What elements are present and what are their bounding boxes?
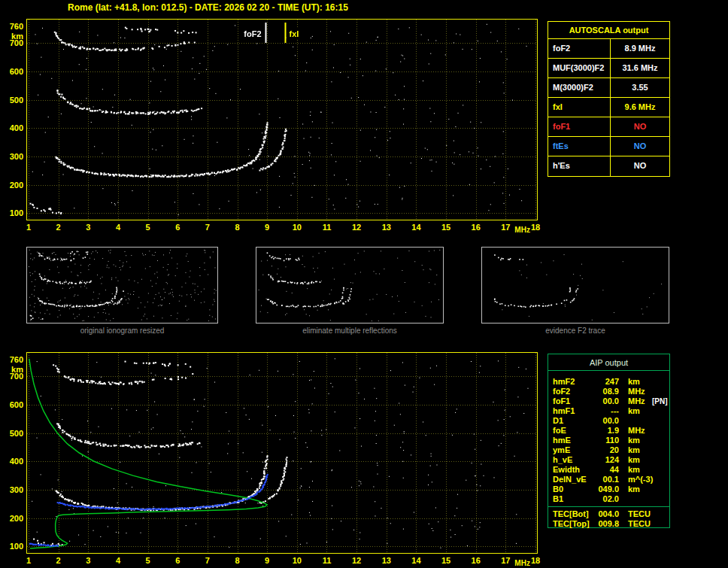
aip-row-value: 004.0 (592, 509, 619, 519)
autoscala-row-label: h'Es (548, 156, 611, 176)
aip-row-value: 247 (592, 377, 619, 387)
y-tick-label: 760 (2, 22, 23, 31)
aip-row-unit: MHz (628, 426, 652, 436)
y-tick-label: 500 (2, 96, 23, 105)
autoscala-row: fxI9.6 MHz (548, 98, 669, 117)
aip-row: hmE110km (548, 436, 669, 445)
aip-row: TEC[Top]009.8TECU (548, 519, 669, 529)
y-axis-unit-label: km (2, 32, 23, 41)
page-title: Rome (lat: +41.8, lon: 012.5) - DATE: 20… (68, 2, 348, 13)
aip-row-label: ymE (553, 445, 592, 455)
aip-row-label: B0 (553, 484, 592, 494)
x-tick-label: 15 (437, 556, 455, 565)
y-tick-label: 500 (2, 429, 23, 438)
aip-row-unit (628, 416, 652, 426)
aip-tec-rows: TEC[Bot]004.0TECUTEC[Top]009.8TECU (548, 507, 669, 529)
aip-row-label: DelN_vE (553, 475, 592, 484)
y-tick-label: 760 (2, 355, 23, 364)
x-tick-label: 2 (50, 223, 68, 232)
aip-row-value: 00.1 (592, 475, 619, 484)
x-tick-label: 7 (199, 223, 217, 232)
x-tick-label: 8 (229, 556, 247, 565)
ionogram-plot-top: 1234567891011121314151617181002003004005… (26, 19, 538, 220)
aip-row-note: [PN] (652, 396, 669, 406)
thumb-eliminate-canvas (256, 248, 443, 323)
aip-row: DelN_vE00.1m^(-3) (548, 475, 669, 484)
aip-row-unit: MHz (628, 396, 652, 406)
aip-row-unit: TECU (628, 509, 652, 519)
autoscala-table-title: AUTOSCALA output (548, 22, 669, 39)
x-tick-label: 17 (496, 223, 514, 232)
aip-row: B102.0 (548, 494, 669, 504)
x-tick-label: 2 (50, 556, 68, 565)
aip-row-unit: TECU (628, 519, 652, 529)
aip-row: h_vE124km (548, 455, 669, 465)
thumb-caption-eliminate: eliminate multiple reflections (256, 327, 444, 335)
x-tick-label: 13 (378, 223, 396, 232)
aip-row: hmF2247km (548, 377, 669, 387)
x-tick-label: 12 (347, 556, 366, 565)
ionogram-top-canvas (26, 19, 538, 220)
x-tick-label: 4 (109, 556, 127, 565)
x-tick-label: 3 (79, 223, 97, 232)
aip-panel-rows: hmF2247kmfoF208.9MHzfoF100.0MHz[PN]hmF1-… (548, 371, 669, 504)
aip-row-unit: m^(-3) (628, 475, 652, 484)
x-tick-label: 1 (20, 556, 38, 565)
x-tick-label: 11 (317, 223, 335, 232)
x-tick-label: 14 (407, 223, 425, 232)
y-tick-label: 100 (2, 208, 23, 217)
aip-row: D100.0 (548, 416, 669, 426)
x-tick-label: 9 (258, 556, 276, 565)
aip-row-value: --- (592, 406, 619, 416)
aip-row: TEC[Bot]004.0TECU (548, 509, 669, 519)
x-tick-label: 5 (139, 223, 157, 232)
aip-row-value: 009.8 (592, 519, 619, 529)
aip-row-unit: MHz (628, 387, 652, 396)
aip-row-value: 00.0 (592, 416, 619, 426)
x-axis-unit-label: MHz (514, 226, 530, 234)
aip-row: hmF1---km (548, 406, 669, 416)
aip-row-label: Ewidth (553, 465, 592, 475)
x-tick-label: 16 (467, 223, 485, 232)
aip-row: foE1.9MHz (548, 426, 669, 436)
y-axis-unit-label: km (2, 365, 23, 374)
x-tick-label: 13 (378, 556, 396, 565)
autoscala-row: foF1NO (548, 117, 669, 137)
ionogram-plot-bottom: 1234567891011121314151617181002003004005… (26, 352, 538, 554)
thumb-caption-original: original ionogram resized (26, 327, 218, 335)
aip-row-unit: km (628, 455, 652, 465)
aip-row-label: foF2 (553, 387, 592, 396)
x-tick-label: 16 (467, 556, 485, 565)
ionogram-bottom-canvas (26, 352, 538, 554)
x-tick-label: 4 (109, 223, 127, 232)
thumb-original-ionogram (26, 247, 218, 323)
autoscala-row: MUF(3000)F231.6 MHz (548, 59, 669, 78)
aip-row-unit: km (628, 484, 652, 494)
autoscala-row: M(3000)F23.55 (548, 78, 669, 98)
aip-panel-title: AIP output (548, 354, 669, 371)
aip-row-label: foF1 (553, 396, 592, 406)
x-tick-label: 5 (139, 556, 157, 565)
thumb-eliminate-reflections (256, 247, 444, 323)
y-tick-label: 300 (2, 152, 23, 161)
aip-row-value: 44 (592, 465, 619, 475)
aip-row-unit: km (628, 377, 652, 387)
aip-row-unit (628, 494, 652, 504)
aip-row-label: B1 (553, 494, 592, 504)
x-tick-label: 8 (229, 223, 247, 232)
aip-row-value: 124 (592, 455, 619, 465)
y-tick-label: 600 (2, 400, 23, 409)
autoscala-row: h'EsNO (548, 156, 669, 176)
aip-row-value: 00.0 (592, 396, 619, 406)
aip-row-unit: km (628, 465, 652, 475)
autoscala-row-label: foF1 (548, 117, 611, 136)
x-tick-label: 10 (288, 556, 306, 565)
autoscala-row-value: 31.6 MHz (611, 59, 669, 77)
autoscala-row: foF28.9 MHz (548, 39, 669, 59)
aip-row: foF208.9MHz (548, 387, 669, 396)
y-tick-label: 200 (2, 514, 23, 523)
x-tick-label: 12 (347, 223, 366, 232)
aip-output-panel: AIP output hmF2247kmfoF208.9MHzfoF100.0M… (548, 354, 670, 528)
autoscala-row-label: fxI (548, 98, 611, 117)
x-tick-label: 11 (317, 556, 335, 565)
